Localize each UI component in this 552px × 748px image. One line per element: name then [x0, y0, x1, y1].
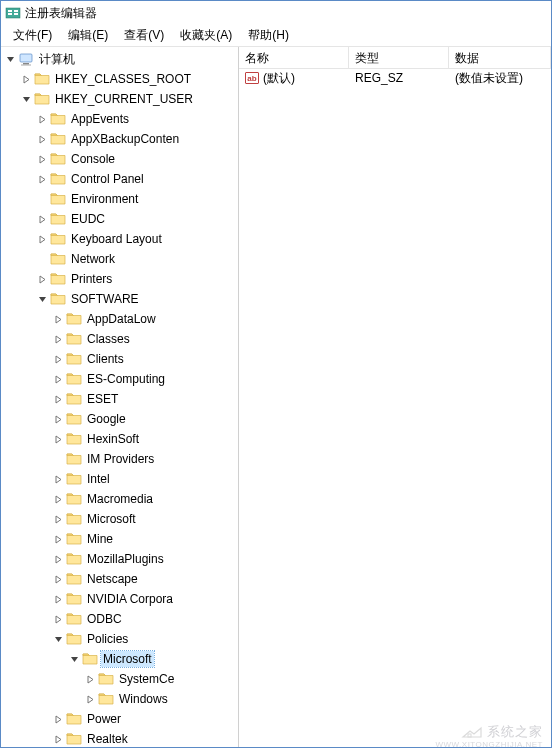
tree-node-label: ES-Computing	[85, 371, 167, 387]
tree-node[interactable]: Clients	[1, 349, 238, 369]
expand-icon[interactable]	[35, 232, 49, 246]
expand-icon[interactable]	[19, 72, 33, 86]
expand-icon[interactable]	[51, 732, 65, 746]
menu-help[interactable]: 帮助(H)	[240, 25, 297, 46]
expand-icon[interactable]	[51, 312, 65, 326]
expand-icon[interactable]	[51, 332, 65, 346]
tree-node[interactable]: Windows	[1, 689, 238, 709]
content-area: 计算机HKEY_CLASSES_ROOTHKEY_CURRENT_USERApp…	[1, 47, 551, 747]
tree-node[interactable]: Power	[1, 709, 238, 729]
expand-icon[interactable]	[35, 132, 49, 146]
registry-tree[interactable]: 计算机HKEY_CLASSES_ROOTHKEY_CURRENT_USERApp…	[1, 49, 238, 747]
collapse-icon[interactable]	[19, 92, 33, 106]
folder-icon	[66, 332, 82, 346]
tree-node[interactable]: NVIDIA Corpora	[1, 589, 238, 609]
expand-icon[interactable]	[51, 592, 65, 606]
collapse-icon[interactable]	[3, 52, 17, 66]
menu-edit[interactable]: 编辑(E)	[60, 25, 116, 46]
expand-icon[interactable]	[51, 712, 65, 726]
menu-file[interactable]: 文件(F)	[5, 25, 60, 46]
expand-icon[interactable]	[51, 352, 65, 366]
expand-icon[interactable]	[51, 612, 65, 626]
expand-icon[interactable]	[51, 552, 65, 566]
list-body[interactable]: ab (默认) REG_SZ (数值未设置)	[239, 69, 551, 747]
tree-node-label: Google	[85, 411, 128, 427]
expand-icon[interactable]	[35, 112, 49, 126]
expand-icon[interactable]	[51, 492, 65, 506]
tree-node-label: ESET	[85, 391, 120, 407]
menu-view[interactable]: 查看(V)	[116, 25, 172, 46]
tree-node[interactable]: Realtek	[1, 729, 238, 747]
tree-node-label: SOFTWARE	[69, 291, 141, 307]
col-type[interactable]: 类型	[349, 47, 449, 68]
tree-node[interactable]: Mine	[1, 529, 238, 549]
computer-icon	[18, 52, 34, 66]
expand-icon[interactable]	[51, 392, 65, 406]
tree-node[interactable]: MozillaPlugins	[1, 549, 238, 569]
tree-node[interactable]: Keyboard Layout	[1, 229, 238, 249]
tree-node[interactable]: Console	[1, 149, 238, 169]
tree-node[interactable]: EUDC	[1, 209, 238, 229]
tree-node[interactable]: 计算机	[1, 49, 238, 69]
tree-node[interactable]: IM Providers	[1, 449, 238, 469]
tree-node-label: Power	[85, 711, 123, 727]
folder-icon	[50, 112, 66, 126]
expand-icon[interactable]	[51, 512, 65, 526]
list-row[interactable]: ab (默认) REG_SZ (数值未设置)	[239, 69, 551, 87]
collapse-icon[interactable]	[35, 292, 49, 306]
tree-node-label: IM Providers	[85, 451, 156, 467]
expand-icon[interactable]	[51, 572, 65, 586]
tree-node[interactable]: HKEY_CLASSES_ROOT	[1, 69, 238, 89]
expand-icon[interactable]	[35, 172, 49, 186]
tree-node-label: Clients	[85, 351, 126, 367]
value-type: REG_SZ	[349, 71, 449, 85]
tree-node[interactable]: ESET	[1, 389, 238, 409]
tree-node[interactable]: Microsoft	[1, 509, 238, 529]
tree-node[interactable]: Macromedia	[1, 489, 238, 509]
tree-node[interactable]: Network	[1, 249, 238, 269]
tree-node[interactable]: Policies	[1, 629, 238, 649]
tree-node[interactable]: HKEY_CURRENT_USER	[1, 89, 238, 109]
tree-node[interactable]: AppXBackupConten	[1, 129, 238, 149]
tree-node[interactable]: Intel	[1, 469, 238, 489]
folder-icon	[66, 612, 82, 626]
menu-bar: 文件(F) 编辑(E) 查看(V) 收藏夹(A) 帮助(H)	[1, 25, 551, 47]
tree-node-label: 计算机	[37, 50, 77, 69]
value-name: (默认)	[263, 70, 295, 87]
tree-node[interactable]: Google	[1, 409, 238, 429]
col-data[interactable]: 数据	[449, 47, 551, 68]
expand-icon[interactable]	[51, 472, 65, 486]
tree-node[interactable]: Printers	[1, 269, 238, 289]
collapse-icon[interactable]	[67, 652, 81, 666]
tree-node-label: Keyboard Layout	[69, 231, 164, 247]
tree-node[interactable]: Environment	[1, 189, 238, 209]
collapse-icon[interactable]	[51, 632, 65, 646]
tree-node[interactable]: Netscape	[1, 569, 238, 589]
expand-icon[interactable]	[51, 532, 65, 546]
tree-node[interactable]: AppDataLow	[1, 309, 238, 329]
tree-node[interactable]: HexinSoft	[1, 429, 238, 449]
tree-node-label: HKEY_CLASSES_ROOT	[53, 71, 193, 87]
tree-node-label: Intel	[85, 471, 112, 487]
tree-node[interactable]: Microsoft	[1, 649, 238, 669]
expand-icon[interactable]	[83, 672, 97, 686]
tree-node[interactable]: SystemCe	[1, 669, 238, 689]
tree-node[interactable]: ODBC	[1, 609, 238, 629]
expand-icon[interactable]	[35, 272, 49, 286]
expand-icon[interactable]	[51, 412, 65, 426]
tree-node[interactable]: Control Panel	[1, 169, 238, 189]
col-name[interactable]: 名称	[239, 47, 349, 68]
expand-icon[interactable]	[51, 432, 65, 446]
menu-favorites[interactable]: 收藏夹(A)	[172, 25, 240, 46]
tree-node[interactable]: ES-Computing	[1, 369, 238, 389]
folder-icon	[66, 312, 82, 326]
tree-node[interactable]: AppEvents	[1, 109, 238, 129]
expand-icon[interactable]	[35, 152, 49, 166]
expand-icon[interactable]	[83, 692, 97, 706]
expand-icon[interactable]	[51, 372, 65, 386]
tree-node-label: Netscape	[85, 571, 140, 587]
tree-node[interactable]: SOFTWARE	[1, 289, 238, 309]
tree-node-label: Macromedia	[85, 491, 155, 507]
expand-icon[interactable]	[35, 212, 49, 226]
tree-node[interactable]: Classes	[1, 329, 238, 349]
